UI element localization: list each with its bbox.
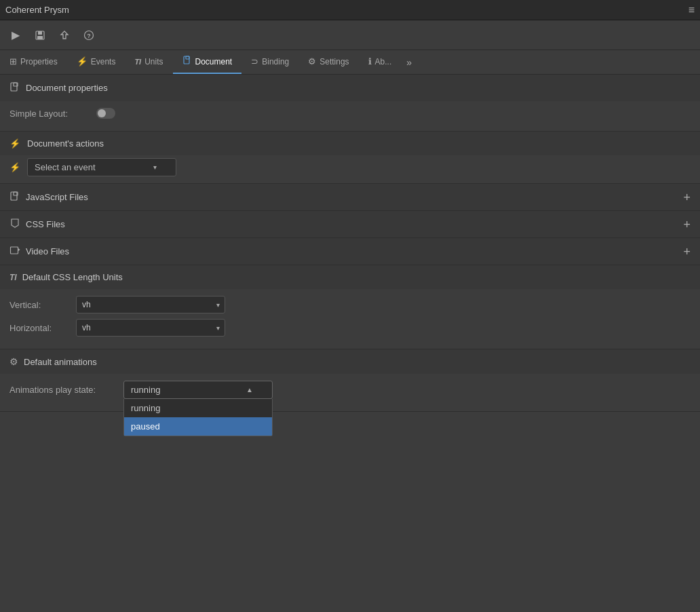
toolbar: ▶ ? bbox=[0, 20, 700, 50]
section-css-files: CSS Files + bbox=[0, 211, 700, 238]
section-animations-header[interactable]: ⚙ Default animations bbox=[0, 349, 700, 374]
anim-option-paused[interactable]: paused bbox=[124, 417, 272, 436]
anim-play-state-label: Animations play state: bbox=[9, 385, 118, 395]
tab-units[interactable]: TI Units bbox=[125, 50, 172, 74]
events-icon: ⚡ bbox=[77, 56, 88, 66]
document-icon bbox=[182, 56, 192, 67]
menu-icon[interactable]: ≡ bbox=[688, 4, 695, 16]
section-js-files-header[interactable]: JavaScript Files + bbox=[0, 184, 700, 210]
vertical-label: Vertical: bbox=[9, 300, 71, 310]
section-video-files-header[interactable]: Video Files + bbox=[0, 238, 700, 265]
settings-icon: ⚙ bbox=[308, 56, 316, 66]
horizontal-select[interactable]: px vh vw em rem % bbox=[76, 319, 225, 337]
tab-overflow[interactable]: » bbox=[401, 50, 417, 74]
units-icon: TI bbox=[134, 58, 141, 66]
svg-rect-2 bbox=[37, 36, 43, 39]
properties-icon: ⊞ bbox=[9, 56, 17, 66]
horizontal-row: Horizontal: px vh vw em rem % bbox=[9, 319, 691, 337]
select-event-dropdown[interactable]: Select an event ▾ bbox=[27, 158, 176, 176]
vertical-row: Vertical: px vh vw em rem % bbox=[9, 296, 691, 313]
section-css-files-title: CSS Files bbox=[26, 219, 65, 229]
document-properties-content: Simple Layout: bbox=[0, 101, 700, 131]
save-button[interactable] bbox=[30, 25, 50, 45]
document-actions-row: ⚡ Select an event ▾ bbox=[0, 155, 700, 183]
select-event-chevron: ▾ bbox=[153, 164, 157, 171]
anim-play-state-menu: running paused bbox=[123, 399, 273, 436]
video-files-icon bbox=[9, 245, 20, 258]
svg-rect-11 bbox=[11, 247, 18, 254]
tab-about[interactable]: ℹ Ab... bbox=[359, 50, 402, 74]
svg-rect-1 bbox=[38, 31, 42, 35]
svg-rect-6 bbox=[186, 56, 189, 59]
section-document-properties-header[interactable]: Document properties bbox=[0, 75, 700, 101]
svg-rect-5 bbox=[184, 56, 189, 64]
section-document-actions-title: Document's actions bbox=[27, 138, 104, 149]
select-event-label: Select an event bbox=[35, 162, 96, 172]
animations-icon: ⚙ bbox=[9, 356, 18, 367]
horizontal-select-wrapper: px vh vw em rem % bbox=[76, 319, 225, 337]
add-js-file-button[interactable]: + bbox=[683, 191, 691, 204]
play-button[interactable]: ▶ bbox=[5, 25, 26, 45]
add-video-file-button[interactable]: + bbox=[683, 246, 691, 258]
tab-properties[interactable]: ⊞ Properties bbox=[0, 50, 67, 74]
section-js-files-title: JavaScript Files bbox=[26, 192, 88, 202]
anim-play-state-value: running bbox=[131, 385, 160, 395]
tab-document[interactable]: Document bbox=[173, 50, 242, 74]
section-video-files-title: Video Files bbox=[26, 246, 69, 256]
section-animations-title: Default animations bbox=[24, 357, 97, 367]
app-title: Coherent Prysm bbox=[5, 5, 69, 15]
section-video-files: Video Files + bbox=[0, 238, 700, 265]
tab-bar: ⊞ Properties ⚡ Events TI Units Document … bbox=[0, 50, 700, 75]
anim-option-running[interactable]: running bbox=[124, 399, 272, 417]
anim-play-state-row: Animations play state: running ▲ running… bbox=[9, 381, 691, 399]
about-icon: ℹ bbox=[368, 56, 372, 66]
event-lightning-icon: ⚡ bbox=[9, 162, 20, 172]
section-document-actions: ⚡ Document's actions ⚡ Select an event ▾ bbox=[0, 132, 700, 184]
section-css-length-header[interactable]: TI Default CSS Length Units bbox=[0, 265, 700, 289]
document-properties-icon bbox=[9, 81, 20, 94]
units-section-icon: TI bbox=[9, 273, 17, 282]
anim-play-state-trigger[interactable]: running ▲ bbox=[123, 381, 273, 399]
anim-play-dropdown-container: running ▲ running paused bbox=[123, 381, 273, 399]
help-button[interactable]: ? bbox=[79, 25, 99, 45]
title-bar: Coherent Prysm ≡ bbox=[0, 0, 700, 20]
vertical-select[interactable]: px vh vw em rem % bbox=[76, 296, 225, 313]
simple-layout-toggle[interactable] bbox=[96, 108, 115, 119]
section-document-actions-header[interactable]: ⚡ Document's actions bbox=[0, 132, 700, 155]
export-button[interactable] bbox=[54, 25, 75, 45]
js-files-icon bbox=[9, 191, 20, 204]
svg-text:?: ? bbox=[87, 33, 91, 39]
svg-marker-12 bbox=[18, 248, 20, 251]
section-document-properties-title: Document properties bbox=[26, 83, 108, 93]
simple-layout-row: Simple Layout: bbox=[9, 108, 691, 119]
add-css-file-button[interactable]: + bbox=[683, 218, 691, 231]
tab-events[interactable]: ⚡ Events bbox=[67, 50, 125, 74]
horizontal-label: Horizontal: bbox=[9, 323, 71, 333]
binding-icon: ⊃ bbox=[251, 56, 258, 66]
main-content: Document properties Simple Layout: ⚡ Doc… bbox=[0, 75, 700, 612]
css-files-icon bbox=[9, 218, 20, 231]
section-default-animations: ⚙ Default animations Animations play sta… bbox=[0, 349, 700, 412]
simple-layout-label: Simple Layout: bbox=[9, 109, 91, 119]
anim-dropdown-chevron: ▲ bbox=[246, 386, 253, 394]
css-length-content: Vertical: px vh vw em rem % Horizontal: bbox=[0, 289, 700, 349]
section-document-properties: Document properties Simple Layout: bbox=[0, 75, 700, 132]
tab-settings[interactable]: ⚙ Settings bbox=[298, 50, 358, 74]
animations-content: Animations play state: running ▲ running… bbox=[0, 374, 700, 411]
section-css-length-title: Default CSS Length Units bbox=[22, 272, 123, 282]
lightning-icon: ⚡ bbox=[9, 138, 20, 149]
tab-binding[interactable]: ⊃ Binding bbox=[241, 50, 298, 74]
section-css-length-units: TI Default CSS Length Units Vertical: px… bbox=[0, 265, 700, 349]
vertical-select-wrapper: px vh vw em rem % bbox=[76, 296, 225, 313]
section-js-files: JavaScript Files + bbox=[0, 184, 700, 211]
section-css-files-header[interactable]: CSS Files + bbox=[0, 211, 700, 237]
